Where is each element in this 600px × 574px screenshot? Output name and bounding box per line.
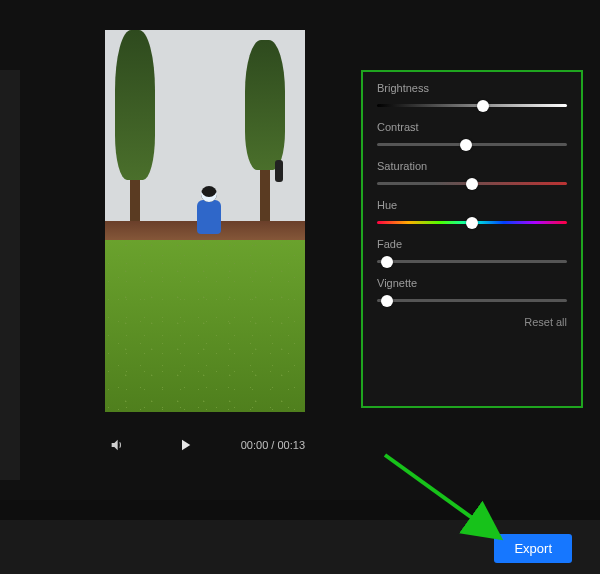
hue-control: Hue: [377, 199, 567, 224]
video-preview[interactable]: [105, 30, 305, 412]
brightness-control: Brightness: [377, 82, 567, 107]
contrast-control: Contrast: [377, 121, 567, 146]
fade-slider[interactable]: [377, 260, 567, 263]
vignette-control: Vignette: [377, 277, 567, 302]
saturation-slider[interactable]: [377, 182, 567, 185]
current-time: 00:00: [241, 439, 269, 451]
fade-thumb[interactable]: [381, 256, 393, 268]
player-controls: 00:00 / 00:13: [105, 430, 305, 460]
bottom-bar: Export: [0, 520, 600, 574]
hue-label: Hue: [377, 199, 567, 211]
adjustments-panel: Brightness Contrast Saturation Hue Fade: [361, 70, 583, 408]
vignette-thumb[interactable]: [381, 295, 393, 307]
fade-control: Fade: [377, 238, 567, 263]
vignette-slider[interactable]: [377, 299, 567, 302]
scene-person: [197, 200, 221, 234]
scene-tree: [245, 40, 285, 170]
play-icon[interactable]: [129, 436, 241, 454]
total-time: 00:13: [277, 439, 305, 451]
volume-icon[interactable]: [105, 437, 129, 453]
saturation-thumb[interactable]: [466, 178, 478, 190]
brightness-slider[interactable]: [377, 104, 567, 107]
time-separator: /: [271, 439, 274, 451]
left-rail: [0, 70, 20, 480]
saturation-control: Saturation: [377, 160, 567, 185]
scene-grass: [105, 240, 305, 412]
reset-all-link[interactable]: Reset all: [377, 316, 567, 328]
brightness-label: Brightness: [377, 82, 567, 94]
export-button[interactable]: Export: [494, 534, 572, 563]
saturation-label: Saturation: [377, 160, 567, 172]
contrast-slider[interactable]: [377, 143, 567, 146]
vignette-label: Vignette: [377, 277, 567, 289]
brightness-thumb[interactable]: [477, 100, 489, 112]
player-time: 00:00 / 00:13: [241, 439, 305, 451]
contrast-thumb[interactable]: [460, 139, 472, 151]
scene-tree: [115, 30, 155, 180]
hue-slider[interactable]: [377, 221, 567, 224]
fade-label: Fade: [377, 238, 567, 250]
scene-person-bg: [275, 160, 283, 182]
hue-thumb[interactable]: [466, 217, 478, 229]
editor-stage: 00:00 / 00:13 Brightness Contrast Satura…: [0, 0, 600, 500]
contrast-label: Contrast: [377, 121, 567, 133]
